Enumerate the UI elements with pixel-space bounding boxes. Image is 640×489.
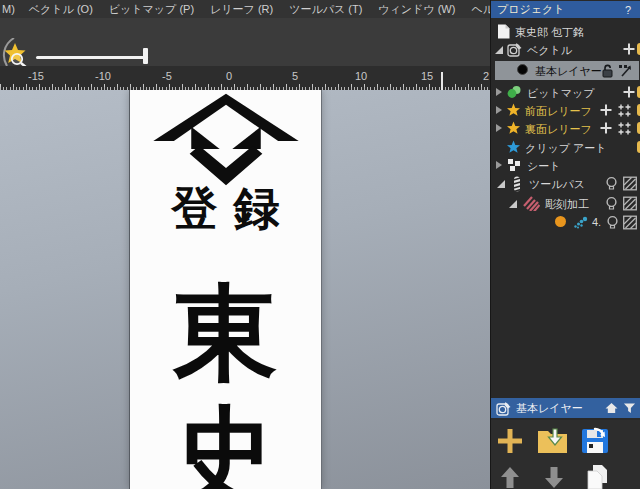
collapse-triangle-icon[interactable]: [496, 106, 502, 114]
tree-row-bitmap[interactable]: ビットマップ: [491, 83, 640, 101]
tree-label-toolpath: ツールパス: [529, 177, 585, 192]
application-window: M) ベクトル (O) ビットマップ (P) レリーフ (R) ツールパス (T…: [0, 0, 640, 489]
expand-triangle-icon[interactable]: [509, 200, 517, 208]
star-icon: [506, 103, 521, 117]
star-icon: [506, 140, 521, 154]
tree-label-back-relief: 裏面レリーフ: [525, 122, 592, 137]
project-panel-title: プロジェクト: [497, 2, 625, 17]
tree-row-engraving[interactable]: 彫刻加工: [491, 194, 640, 212]
ruler-tick-label: 10: [355, 70, 367, 82]
project-panel-header: プロジェクト ?: [491, 1, 640, 18]
ruler-tick-label: -10: [95, 70, 111, 82]
document-name: 東史郎 包丁銘: [515, 25, 584, 40]
design-canvas[interactable]: 登録 東 史: [0, 90, 490, 489]
sheet-icon: [507, 158, 521, 172]
ruler-tick-label: -15: [28, 70, 44, 82]
toolpath-color-dot-icon[interactable]: [555, 216, 566, 227]
edit-nodes-icon[interactable]: [618, 64, 632, 78]
ruler-tick-label: 0: [226, 70, 232, 82]
name-kanji-2[interactable]: 史: [130, 404, 321, 489]
grid-add-icon[interactable]: [617, 121, 632, 136]
hatch-icon[interactable]: [622, 176, 638, 191]
add-icon[interactable]: [599, 103, 613, 117]
tree-row-document[interactable]: 東史郎 包丁銘: [491, 22, 640, 40]
zoom-slider-track[interactable]: [36, 56, 148, 59]
add-layer-button[interactable]: [495, 426, 525, 456]
bulb-icon[interactable]: [605, 215, 620, 230]
layer-panel-title: 基本レイヤー: [516, 401, 600, 416]
document-icon: [497, 24, 510, 39]
ruler-tick-label: 2: [483, 70, 489, 82]
expand-triangle-icon[interactable]: [497, 180, 505, 188]
tree-row-clipart[interactable]: クリップ アート: [491, 138, 640, 156]
tree-label-bitmap: ビットマップ: [527, 86, 595, 101]
arrow-up-icon[interactable]: [499, 466, 521, 489]
project-panel: プロジェクト ? 東史郎 包丁銘 ベクトル 基本レイヤー: [490, 0, 640, 489]
hatch-icon[interactable]: [622, 196, 638, 211]
collapse-triangle-icon[interactable]: [496, 161, 502, 169]
menu-item-toolpath[interactable]: ツールパス (T): [281, 2, 370, 17]
engrave-hatch-icon: [523, 196, 540, 211]
add-icon[interactable]: [622, 42, 636, 56]
folder-import-icon[interactable]: [537, 427, 568, 454]
tree-row-vector[interactable]: ベクトル: [491, 40, 640, 58]
menu-item-vector[interactable]: ベクトル (O): [21, 2, 101, 17]
home-icon[interactable]: [605, 402, 618, 414]
tree-label-clipart: クリップ アート: [525, 141, 607, 156]
tree-row-back-relief[interactable]: 裏面レリーフ: [491, 119, 640, 137]
horizontal-ruler: -15 -10 -5 0 5 10 15 2: [0, 66, 490, 90]
toolpath-icon: [511, 176, 523, 192]
tree-label-base-layer: 基本レイヤー: [535, 64, 602, 79]
layer-panel-header: 基本レイヤー: [491, 398, 640, 418]
copy-page-icon[interactable]: [584, 464, 610, 489]
menu-item-relief[interactable]: レリーフ (R): [202, 2, 281, 17]
diamond-crest-logo[interactable]: [147, 92, 305, 187]
funnel-icon[interactable]: [623, 402, 636, 414]
ruler-tick-label: 5: [292, 70, 298, 82]
bulb-icon[interactable]: [604, 176, 619, 191]
tree-row-toolpath-item[interactable]: 4.: [491, 213, 640, 231]
bulb-icon[interactable]: [604, 196, 619, 211]
add-icon[interactable]: [622, 85, 636, 99]
spray-icon: [573, 215, 589, 230]
menu-item-window[interactable]: ウィンドウ (W): [370, 2, 463, 17]
tree-row-toolpath[interactable]: ツールパス: [491, 174, 640, 192]
floppy-save-icon[interactable]: [581, 425, 609, 454]
star-icon: [506, 121, 521, 135]
vector-layer-icon: [507, 42, 522, 57]
menu-bar: M) ベクトル (O) ビットマップ (P) レリーフ (R) ツールパス (T…: [0, 0, 490, 18]
tree-label-vector: ベクトル: [527, 43, 572, 58]
ruler-tick-label: -5: [162, 70, 172, 82]
tree-row-front-relief[interactable]: 前面レリーフ: [491, 101, 640, 119]
menu-item-truncated[interactable]: M): [0, 3, 21, 15]
vector-layer-icon: [496, 401, 511, 416]
ruler-tick-label: 15: [421, 70, 433, 82]
collapse-triangle-icon[interactable]: [496, 124, 502, 132]
tree-label-front-relief: 前面レリーフ: [525, 104, 592, 119]
tree-label-engraving: 彫刻加工: [545, 197, 589, 212]
menu-item-bitmap[interactable]: ビットマップ (P): [101, 2, 202, 17]
name-kanji-1[interactable]: 東: [130, 282, 321, 386]
registration-calligraphy-text[interactable]: 登録: [130, 186, 321, 232]
add-icon[interactable]: [599, 121, 613, 135]
zoom-slider-handle[interactable]: [143, 48, 148, 64]
layer-panel-toolbar: [491, 420, 640, 489]
arrow-down-icon[interactable]: [543, 466, 565, 489]
ruler-cursor-indicator: [441, 72, 443, 90]
material-strip[interactable]: 登録 東 史: [129, 90, 322, 489]
expand-triangle-icon[interactable]: [495, 46, 503, 54]
lock-open-icon[interactable]: [601, 64, 614, 78]
collapse-triangle-icon[interactable]: [496, 88, 502, 96]
star-magnifier-icon[interactable]: [4, 42, 31, 69]
hatch-icon[interactable]: [622, 215, 638, 230]
bitmap-icon: [507, 85, 522, 99]
help-button[interactable]: ?: [625, 4, 635, 16]
tree-row-sheet[interactable]: シート: [491, 156, 640, 174]
layer-color-dot-icon[interactable]: [517, 64, 528, 75]
grid-add-icon[interactable]: [617, 103, 632, 118]
tree-label-toolpath-item: 4.: [592, 216, 601, 228]
tree-label-sheet: シート: [527, 159, 561, 174]
tree-row-base-layer-selected[interactable]: 基本レイヤー: [491, 61, 640, 79]
